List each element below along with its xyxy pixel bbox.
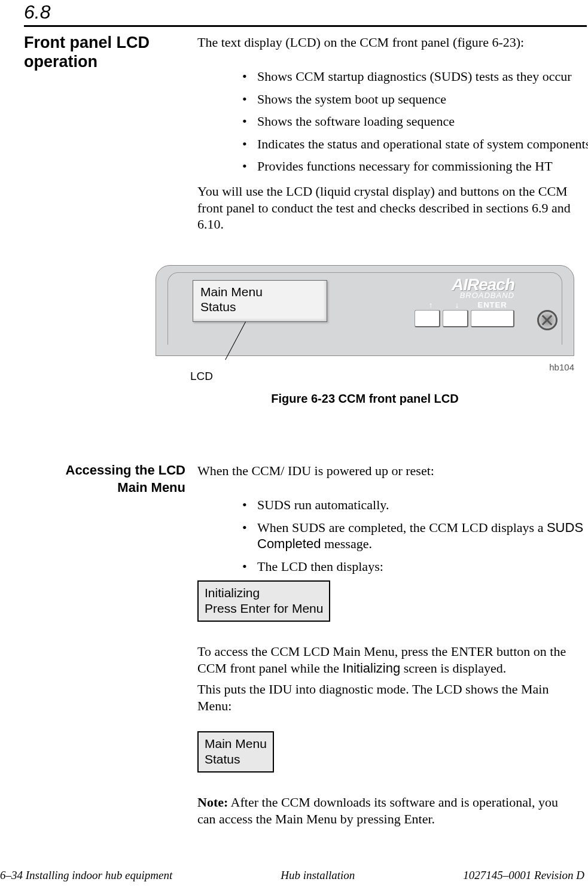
- button-labels: ↑ ↓ ENTER: [418, 300, 514, 309]
- page-footer: 6–34 Installing indoor hub equipment Hub…: [0, 869, 584, 882]
- up-button[interactable]: [415, 310, 440, 327]
- lcd-line-2: Status: [205, 752, 267, 767]
- footer-left: 6–34 Installing indoor hub equipment: [0, 869, 172, 882]
- lcd-line-2: Press Enter for Menu: [205, 601, 323, 616]
- figure-caption: Figure 6-23 CCM front panel LCD: [156, 392, 574, 406]
- text: message.: [321, 536, 372, 551]
- note-paragraph: Note: After the CCM downloads its softwa…: [197, 794, 574, 827]
- figure-ccm-front-panel: Main Menu Status AIReach BROADBAND ↑ ↓ E…: [156, 257, 574, 406]
- list-item: Indicates the status and operational sta…: [242, 136, 588, 153]
- section-number: 6.8: [24, 1, 50, 23]
- section-heading: Front panel LCD operation: [24, 33, 179, 72]
- brand-subtitle: BROADBAND: [359, 291, 514, 300]
- paragraph: To access the CCM LCD Main Menu, press t…: [197, 643, 574, 676]
- bullet-list-1: Shows CCM startup diagnostics (SUDS) tes…: [218, 68, 588, 181]
- lcd-line-1: Main Menu: [205, 736, 267, 752]
- list-item: Provides functions necessary for commiss…: [242, 158, 588, 175]
- text: screen is displayed.: [400, 661, 506, 676]
- list-item: Shows CCM startup diagnostics (SUDS) tes…: [242, 68, 588, 85]
- down-button[interactable]: [443, 310, 468, 327]
- screw-icon: [537, 310, 557, 330]
- figure-id: hb104: [549, 362, 574, 372]
- note-label: Note:: [197, 795, 228, 810]
- footer-right: 1027145–0001 Revision D: [463, 869, 584, 882]
- enter-label: ENTER: [470, 300, 514, 309]
- lcd-line-1: Main Menu: [200, 284, 319, 299]
- horizontal-rule: [24, 25, 587, 27]
- intro-paragraph: The text display (LCD) on the CCM front …: [197, 35, 574, 50]
- bullet-list-2: SUDS run automatically. When SUDS are co…: [218, 497, 588, 580]
- lcd-line-1: Initializing: [205, 585, 323, 601]
- enter-button[interactable]: [471, 310, 514, 327]
- paragraph: You will use the LCD (liquid crystal dis…: [197, 183, 574, 233]
- button-row: [415, 310, 514, 327]
- lcd-screen: Main Menu Status: [193, 280, 327, 322]
- list-item: Shows the software loading sequence: [242, 113, 588, 130]
- list-item: The LCD then displays:: [242, 558, 588, 575]
- lcd-line-2: Status: [200, 299, 319, 314]
- paragraph: This puts the IDU into diagnostic mode. …: [197, 681, 574, 714]
- list-item: Shows the system boot up sequence: [242, 91, 588, 108]
- list-item: When SUDS are completed, the CCM LCD dis…: [242, 519, 588, 552]
- lcd-display-box: Main Menu Status: [197, 731, 274, 773]
- lcd-callout-label: LCD: [190, 370, 213, 383]
- device-panel: Main Menu Status AIReach BROADBAND ↑ ↓ E…: [156, 257, 574, 356]
- subsection-heading: Accessing the LCD Main Menu: [36, 462, 185, 496]
- text: After the CCM downloads its software and…: [197, 795, 558, 826]
- lcd-message-text: Initializing: [343, 661, 401, 676]
- lcd-display-box: Initializing Press Enter for Menu: [197, 580, 330, 622]
- arrow-down-icon: ↓: [444, 300, 470, 309]
- paragraph: When the CCM/ IDU is powered up or reset…: [197, 463, 574, 479]
- list-item: SUDS run automatically.: [242, 497, 588, 513]
- text: When SUDS are completed, the CCM LCD dis…: [257, 520, 547, 535]
- arrow-up-icon: ↑: [418, 300, 444, 309]
- brand-area: AIReach BROADBAND: [359, 275, 514, 300]
- footer-center: Hub installation: [281, 869, 355, 882]
